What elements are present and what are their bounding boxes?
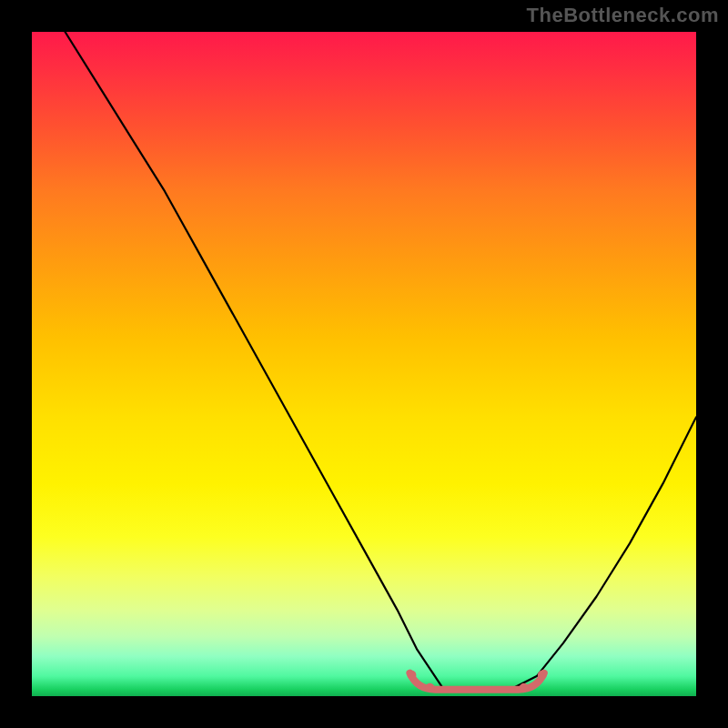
- svg-point-3: [538, 671, 547, 680]
- svg-point-0: [407, 671, 416, 680]
- bottleneck-curve: [66, 32, 697, 690]
- svg-point-1: [425, 683, 434, 693]
- plot-area: [32, 32, 696, 696]
- watermark-text: TheBottleneck.com: [527, 4, 719, 27]
- chart-frame: TheBottleneck.com: [0, 0, 728, 728]
- svg-point-2: [520, 683, 529, 693]
- curve-svg: [32, 32, 696, 696]
